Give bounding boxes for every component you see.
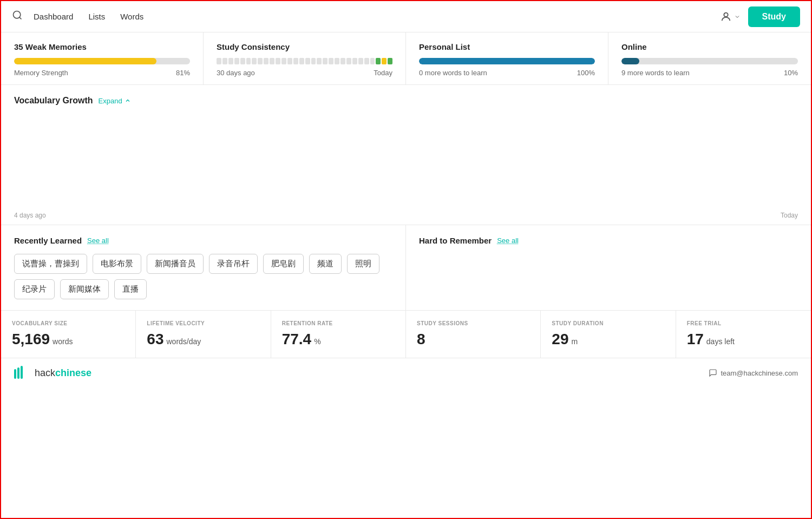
chart-bars-container — [14, 111, 798, 208]
vocab-header: Vocabulary Growth Expand — [14, 96, 798, 106]
bottom-stat-cell: RETENTION RATE 77.4 % — [271, 311, 406, 358]
logo-icon — [14, 366, 30, 380]
consistency-bar — [217, 58, 392, 64]
bstat-value: 29 m — [552, 331, 664, 348]
navbar: Dashboard Lists Words Study — [1, 1, 811, 32]
online-label: 9 more words to learn — [621, 69, 690, 77]
hard-to-remember-header: Hard to Remember See all — [419, 236, 798, 245]
personal-list-title: Personal List — [419, 42, 595, 51]
bstat-number: 17 — [687, 331, 704, 348]
personal-list-value: 100% — [577, 69, 595, 77]
memory-strength-value: 81% — [176, 69, 190, 77]
nav-dashboard[interactable]: Dashboard — [34, 12, 73, 21]
bstat-number: 63 — [147, 331, 163, 348]
bstat-number: 8 — [417, 331, 425, 348]
online-title: Online — [621, 42, 798, 51]
bottom-stat-cell: LIFETIME VELOCITY 63 words/day — [136, 311, 271, 358]
memory-strength-label: Memory Strength — [14, 69, 68, 77]
brand-name: hackchinese — [35, 367, 91, 379]
weak-memories-title: 35 Weak Memories — [14, 42, 190, 51]
online-bar — [621, 58, 798, 64]
bstat-label: VOCABULARY SIZE — [12, 320, 125, 326]
word-tag[interactable]: 录音吊杆 — [209, 254, 258, 274]
svg-point-2 — [724, 12, 728, 16]
bstat-value: 63 words/day — [147, 331, 259, 348]
personal-list-footer: 0 more words to learn 100% — [419, 69, 595, 77]
chart-date-left: 4 days ago — [14, 212, 46, 219]
bstat-number: 77.4 — [282, 331, 312, 348]
bstat-unit: m — [571, 337, 578, 346]
bstat-number: 5,169 — [12, 331, 50, 348]
study-consistency-card: Study Consistency — [204, 32, 406, 84]
online-footer: 9 more words to learn 10% — [621, 69, 798, 77]
word-tag[interactable]: 电影布景 — [93, 254, 141, 274]
bottom-stat-cell: FREE TRIAL 17 days left — [676, 311, 811, 358]
bstat-value: 17 days left — [687, 331, 800, 348]
bstat-value: 77.4 % — [282, 331, 395, 348]
footer: hackchinese team@hackchinese.com — [1, 358, 811, 387]
recently-learned-words: 说曹操，曹操到电影布景新闻播音员录音吊杆肥皂剧频道照明纪录片新闻媒体直播 — [14, 254, 392, 299]
vocab-chart: 4 days ago Today — [14, 111, 798, 219]
consistency-right: Today — [374, 69, 392, 77]
bstat-value: 8 — [417, 331, 529, 348]
svg-line-1 — [19, 17, 22, 19]
expand-link[interactable]: Expand — [99, 97, 131, 105]
bstat-label: LIFETIME VELOCITY — [147, 320, 259, 326]
vocab-growth-section: Vocabulary Growth Expand 4 days ago Toda… — [1, 85, 811, 225]
bstat-label: STUDY DURATION — [552, 320, 664, 326]
chart-axis-labels: 4 days ago Today — [14, 212, 798, 219]
recently-learned-title: Recently Learned — [14, 236, 82, 245]
weak-memories-card: 35 Weak Memories Memory Strength 81% — [1, 32, 204, 84]
svg-rect-3 — [14, 369, 16, 379]
bstat-unit: words/day — [166, 337, 201, 346]
word-tag[interactable]: 纪录片 — [14, 279, 55, 299]
hard-to-remember-title: Hard to Remember — [419, 236, 492, 245]
word-tag[interactable]: 直播 — [114, 279, 147, 299]
word-tag[interactable]: 照明 — [347, 254, 379, 274]
memory-strength-footer: Memory Strength 81% — [14, 69, 190, 77]
svg-point-0 — [14, 11, 21, 18]
bstat-number: 29 — [552, 331, 568, 348]
footer-email: team@hackchinese.com — [709, 369, 798, 377]
recently-learned-header: Recently Learned See all — [14, 236, 392, 245]
bstat-unit: words — [53, 337, 73, 346]
stats-row: 35 Weak Memories Memory Strength 81% Stu… — [1, 32, 811, 85]
svg-rect-4 — [17, 367, 19, 379]
consistency-left: 30 days ago — [217, 69, 255, 77]
consistency-footer: 30 days ago Today — [217, 69, 392, 77]
search-icon[interactable] — [12, 10, 23, 23]
word-tag[interactable]: 新闻媒体 — [60, 279, 109, 299]
recently-learned-panel: Recently Learned See all 说曹操，曹操到电影布景新闻播音… — [1, 225, 406, 310]
study-button[interactable]: Study — [748, 6, 800, 27]
bstat-value: 5,169 words — [12, 331, 125, 348]
chart-date-right: Today — [781, 212, 798, 219]
personal-list-label: 0 more words to learn — [419, 69, 487, 77]
word-tag[interactable]: 说曹操，曹操到 — [14, 254, 87, 274]
bstat-unit: % — [314, 337, 320, 346]
online-value: 10% — [784, 69, 798, 77]
lower-panels: Recently Learned See all 说曹操，曹操到电影布景新闻播音… — [1, 225, 811, 311]
bottom-stat-cell: STUDY DURATION 29 m — [541, 311, 676, 358]
nav-words[interactable]: Words — [120, 12, 143, 21]
user-menu[interactable] — [720, 11, 741, 23]
bstat-label: STUDY SESSIONS — [417, 320, 529, 326]
bottom-stat-cell: STUDY SESSIONS 8 — [406, 311, 541, 358]
hard-to-remember-see-all[interactable]: See all — [497, 236, 519, 245]
word-tag[interactable]: 频道 — [309, 254, 342, 274]
email-text: team@hackchinese.com — [721, 369, 798, 377]
study-consistency-title: Study Consistency — [217, 42, 392, 51]
bottom-stat-cell: VOCABULARY SIZE 5,169 words — [1, 311, 136, 358]
memory-strength-bar — [14, 58, 190, 64]
online-card: Online 9 more words to learn 10% — [608, 32, 811, 84]
recently-learned-see-all[interactable]: See all — [87, 236, 109, 245]
word-tag[interactable]: 肥皂剧 — [263, 254, 304, 274]
footer-logo: hackchinese — [14, 366, 91, 380]
personal-list-bar — [419, 58, 595, 64]
bottom-stats-row: VOCABULARY SIZE 5,169 words LIFETIME VEL… — [1, 311, 811, 358]
vocab-title: Vocabulary Growth — [14, 96, 93, 106]
bstat-label: RETENTION RATE — [282, 320, 395, 326]
word-tag[interactable]: 新闻播音员 — [147, 254, 204, 274]
nav-lists[interactable]: Lists — [88, 12, 105, 21]
personal-list-card: Personal List 0 more words to learn 100% — [406, 32, 608, 84]
svg-rect-5 — [21, 366, 23, 379]
